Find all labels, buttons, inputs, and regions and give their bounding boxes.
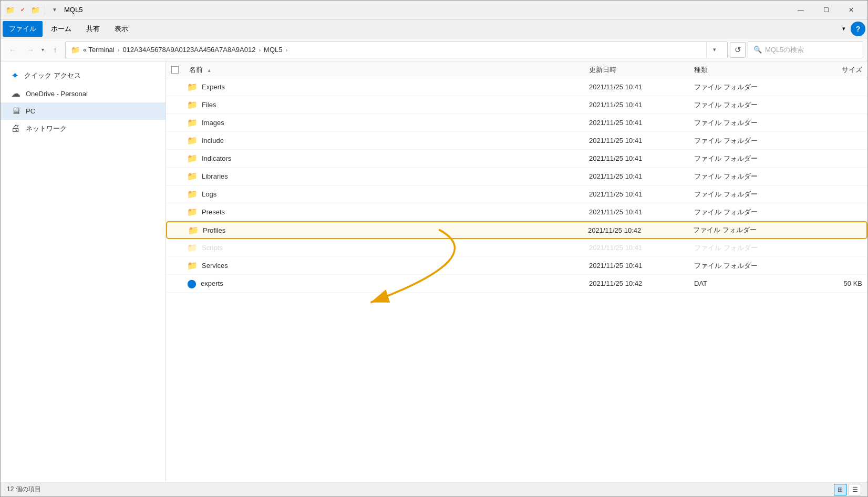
window-title: MQL5 — [64, 6, 789, 14]
file-name-scripts: Scripts — [202, 244, 589, 252]
folder-icon-presets: 📁 — [187, 207, 198, 217]
dat-icon-experts: ⬤ — [187, 278, 197, 288]
breadcrumb-mql5: MQL5 — [264, 46, 282, 54]
status-bar-right: ⊞ ☰ — [834, 484, 861, 495]
file-name-libraries: Libraries — [202, 172, 589, 180]
file-list: 📁 Experts 2021/11/25 10:41 ファイル フォルダー 📁 … — [166, 78, 867, 482]
file-row-files[interactable]: 📁 Files 2021/11/25 10:41 ファイル フォルダー — [166, 96, 867, 114]
address-dropdown-button[interactable]: ▾ — [706, 42, 722, 58]
file-row-libraries[interactable]: 📁 Libraries 2021/11/25 10:41 ファイル フォルダー — [166, 168, 867, 185]
file-type-experts-dat: DAT — [694, 279, 799, 287]
file-type-images: ファイル フォルダー — [694, 118, 799, 128]
header-name[interactable]: 名前 ▲ — [187, 65, 589, 75]
file-type-include: ファイル フォルダー — [694, 136, 799, 146]
breadcrumb-sep-2: › — [259, 47, 261, 53]
file-type-libraries: ファイル フォルダー — [694, 172, 799, 181]
breadcrumb-text: « Terminal — [83, 46, 115, 54]
sidebar-item-pc[interactable]: 🖥 PC — [1, 102, 166, 120]
file-name-include: Include — [202, 137, 589, 144]
sidebar-item-network[interactable]: 🖨 ネットワーク — [1, 120, 166, 137]
sidebar-label-onedrive: OneDrive - Personal — [26, 90, 88, 98]
file-date-presets: 2021/11/25 10:41 — [589, 208, 694, 216]
file-row-indicators[interactable]: 📁 Indicators 2021/11/25 10:41 ファイル フォルダー — [166, 150, 867, 168]
nav-history-chevron[interactable]: ▾ — [40, 45, 45, 55]
file-row-images[interactable]: 📁 Images 2021/11/25 10:41 ファイル フォルダー — [166, 114, 867, 132]
sidebar-label-network: ネットワーク — [26, 124, 67, 133]
menu-share[interactable]: 共有 — [80, 21, 106, 37]
file-date-services: 2021/11/25 10:41 — [589, 262, 694, 270]
file-date-libraries: 2021/11/25 10:41 — [589, 172, 694, 180]
file-date-files: 2021/11/25 10:41 — [589, 101, 694, 109]
help-button[interactable]: ? — [851, 22, 865, 36]
network-icon: 🖨 — [11, 123, 20, 134]
folder-icon-logs: 📁 — [187, 189, 198, 199]
folder-icon-experts: 📁 — [187, 82, 198, 92]
file-type-logs: ファイル フォルダー — [694, 190, 799, 199]
header-type[interactable]: 種類 — [694, 65, 799, 75]
file-type-files: ファイル フォルダー — [694, 100, 799, 110]
folder-icon-tb: 📁 — [5, 5, 15, 15]
sidebar-item-quick-access[interactable]: ✦ クイック アクセス — [1, 67, 166, 85]
column-header: 名前 ▲ 更新日時 種類 サイズ — [166, 61, 867, 78]
file-row-include[interactable]: 📁 Include 2021/11/25 10:41 ファイル フォルダー — [166, 132, 867, 150]
search-placeholder: MQL5の検索 — [765, 45, 804, 55]
folder-icon-services: 📁 — [187, 261, 198, 271]
menu-home[interactable]: ホーム — [45, 21, 78, 37]
menu-file[interactable]: ファイル — [3, 21, 43, 37]
folder-icon-files: 📁 — [187, 100, 198, 110]
file-date-experts: 2021/11/25 10:41 — [589, 83, 694, 91]
file-name-experts-dat: experts — [201, 279, 589, 287]
header-date[interactable]: 更新日時 — [589, 65, 694, 75]
maximize-button[interactable]: ☐ — [814, 1, 838, 19]
sidebar: ✦ クイック アクセス ☁ OneDrive - Personal 🖥 PC 🖨… — [1, 61, 166, 482]
folder-icon-tb2: 📁 — [30, 5, 40, 15]
view-list-button[interactable]: ☰ — [849, 484, 861, 495]
search-box[interactable]: 🔍 MQL5の検索 — [748, 42, 863, 58]
item-count: 12 個の項目 — [7, 485, 41, 494]
back-button[interactable]: ← — [5, 42, 20, 58]
file-row-services[interactable]: 📁 Services 2021/11/25 10:41 ファイル フォルダー — [166, 257, 867, 275]
folder-icon-include: 📁 — [187, 136, 198, 146]
breadcrumb-sep-3: › — [285, 47, 287, 53]
file-row-scripts[interactable]: 📁 Scripts 2021/11/25 10:41 ファイル フォルダー — [166, 239, 867, 257]
file-date-include: 2021/11/25 10:41 — [589, 137, 694, 144]
minimize-button[interactable]: — — [789, 1, 813, 19]
menu-bar: ファイル ホーム 共有 表示 ▾ ? — [1, 19, 867, 38]
menu-chevron-icon[interactable]: ▾ — [840, 23, 848, 34]
file-row-presets[interactable]: 📁 Presets 2021/11/25 10:41 ファイル フォルダー — [166, 203, 867, 221]
view-grid-button[interactable]: ⊞ — [834, 484, 846, 495]
file-name-indicators: Indicators — [202, 154, 589, 162]
header-checkbox-col — [171, 66, 187, 74]
file-date-indicators: 2021/11/25 10:41 — [589, 154, 694, 162]
select-all-checkbox[interactable] — [171, 66, 179, 74]
cloud-icon: ☁ — [11, 88, 20, 99]
forward-button[interactable]: → — [23, 42, 38, 58]
status-bar: 12 個の項目 ⊞ ☰ — [1, 482, 867, 496]
refresh-button[interactable]: ↺ — [730, 42, 746, 58]
down-arrow-tb[interactable]: ▼ — [49, 5, 60, 15]
checkmark-icon-tb: ✔ — [17, 5, 28, 15]
file-row-experts-dat[interactable]: ⬤ experts 2021/11/25 10:42 DAT 50 KB — [166, 275, 867, 293]
file-row-logs[interactable]: 📁 Logs 2021/11/25 10:41 ファイル フォルダー — [166, 185, 867, 203]
file-type-services: ファイル フォルダー — [694, 261, 799, 271]
main-area: ✦ クイック アクセス ☁ OneDrive - Personal 🖥 PC 🖨… — [1, 61, 867, 482]
file-name-profiles: Profiles — [203, 226, 588, 234]
file-row-experts[interactable]: 📁 Experts 2021/11/25 10:41 ファイル フォルダー — [166, 78, 867, 96]
file-date-experts-dat: 2021/11/25 10:42 — [589, 279, 694, 287]
sidebar-label-quick-access: クイック アクセス — [24, 71, 81, 80]
file-date-profiles: 2021/11/25 10:42 — [588, 226, 693, 234]
file-row-profiles[interactable]: 📁 Profiles 2021/11/25 10:42 ファイル フォルダー — [166, 221, 867, 239]
file-explorer-window: 📁 ✔ 📁 ▼ MQL5 — ☐ ✕ ファイル ホーム 共有 表示 ▾ ? ← … — [0, 0, 868, 497]
folder-icon-libraries: 📁 — [187, 171, 198, 181]
title-bar-icons: 📁 ✔ 📁 ▼ — [5, 5, 60, 15]
close-button[interactable]: ✕ — [839, 1, 863, 19]
star-icon: ✦ — [11, 70, 19, 81]
sidebar-label-pc: PC — [26, 107, 35, 115]
address-bar-area: ← → ▾ ↑ 📁 « Terminal › 012A34A5678A9A012… — [1, 38, 867, 61]
address-box[interactable]: 📁 « Terminal › 012A34A5678A9A0123AA456A7… — [65, 42, 728, 58]
sidebar-item-onedrive[interactable]: ☁ OneDrive - Personal — [1, 85, 166, 102]
menu-view[interactable]: 表示 — [108, 21, 135, 37]
up-button[interactable]: ↑ — [47, 42, 63, 58]
header-size[interactable]: サイズ — [799, 65, 862, 75]
file-name-presets: Presets — [202, 208, 589, 216]
